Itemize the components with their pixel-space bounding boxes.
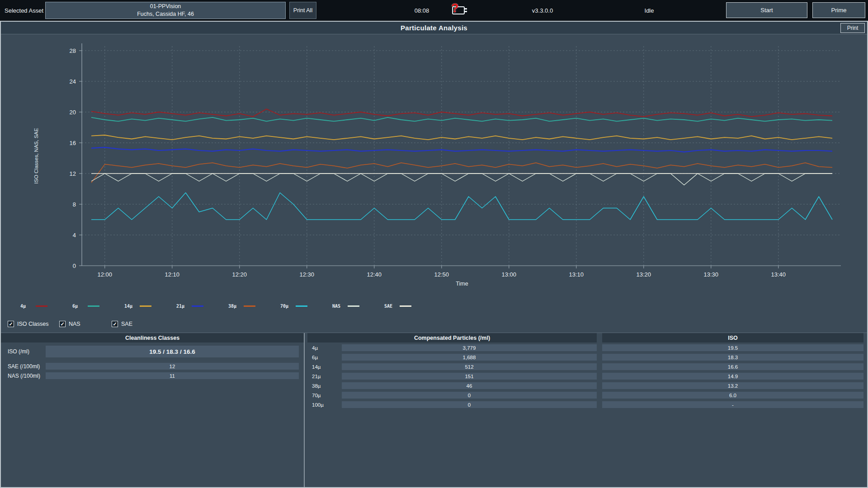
particle-size-label: 4µ bbox=[312, 345, 342, 351]
legend-item-14u: 14µ bbox=[124, 304, 176, 309]
legend-item-4u: 4µ bbox=[20, 304, 72, 309]
svg-text:13:20: 13:20 bbox=[637, 271, 651, 278]
selected-asset-box[interactable]: 01-PPVision Fuchs, Cassida HF, 46 bbox=[45, 2, 286, 19]
legend-item-70u: 70µ bbox=[280, 304, 332, 309]
legend-label: 14µ bbox=[124, 304, 140, 309]
cleanliness-rows: ISO (/ml)19.5 / 18.3 / 16.6SAE (/100ml)1… bbox=[1, 346, 304, 379]
checkbox-nas[interactable]: ✓NAS bbox=[59, 321, 112, 327]
svg-text:13:10: 13:10 bbox=[569, 271, 584, 278]
particle-size-label: 100µ bbox=[312, 402, 342, 408]
particle-count-value: 151 bbox=[342, 373, 597, 380]
svg-text:12:00: 12:00 bbox=[98, 271, 113, 278]
app-version: v3.3.0.0 bbox=[515, 7, 570, 14]
particle-size-label: 6µ bbox=[312, 355, 342, 360]
iso-header: ISO bbox=[602, 333, 863, 343]
svg-text:0: 0 bbox=[73, 263, 76, 269]
series-toggle-row: ✓ISO Classes✓NAS✓SAE bbox=[1, 321, 867, 327]
particle-row: 21µ15114.9 bbox=[312, 373, 863, 380]
main-frame: Particulate Analysis Print 0481216202428… bbox=[0, 21, 868, 488]
legend-label: 70µ bbox=[280, 304, 296, 309]
checkbox-label: NAS bbox=[69, 321, 80, 327]
svg-text:ISO Classes, NAS, SAE: ISO Classes, NAS, SAE bbox=[33, 128, 39, 184]
svg-text:24: 24 bbox=[70, 78, 76, 85]
legend-label: 6µ bbox=[72, 304, 88, 309]
start-button[interactable]: Start bbox=[726, 2, 807, 18]
checkbox-box[interactable]: ✓ bbox=[112, 321, 118, 327]
svg-text:12:50: 12:50 bbox=[434, 271, 449, 278]
cleanliness-row-value: 19.5 / 18.3 / 16.6 bbox=[46, 346, 299, 357]
legend-swatch bbox=[296, 305, 307, 307]
particle-row: 4µ3,77919.5 bbox=[312, 344, 863, 351]
cleanliness-panel: Cleanliness Classes ISO (/ml)19.5 / 18.3… bbox=[1, 333, 305, 487]
legend-swatch bbox=[88, 305, 99, 307]
svg-text:28: 28 bbox=[70, 47, 76, 54]
legend-label: 38µ bbox=[228, 304, 244, 309]
selected-asset-label: Selected Asset bbox=[5, 7, 43, 14]
cleanliness-row-label: ISO (/ml) bbox=[8, 348, 46, 355]
particles-panel: Compensated Particles (/ml) ISO 4µ3,7791… bbox=[305, 333, 867, 487]
checkbox-label: ISO Classes bbox=[17, 321, 48, 327]
particle-iso-value: - bbox=[602, 401, 863, 408]
cleanliness-row: NAS (/100ml)11 bbox=[1, 372, 304, 379]
print-all-button[interactable]: Print All bbox=[289, 2, 316, 19]
svg-text:13:40: 13:40 bbox=[771, 271, 786, 278]
legend-label: 4µ bbox=[20, 304, 36, 309]
svg-text:20: 20 bbox=[70, 109, 76, 116]
top-bar: Selected Asset 01-PPVision Fuchs, Cassid… bbox=[0, 0, 868, 21]
checkbox-box[interactable]: ✓ bbox=[59, 321, 66, 327]
particle-count-value: 0 bbox=[342, 392, 597, 399]
svg-text:12:30: 12:30 bbox=[300, 271, 315, 278]
print-button[interactable]: Print bbox=[840, 23, 865, 33]
particle-row: 38µ4613.2 bbox=[312, 382, 863, 389]
particle-count-value: 512 bbox=[342, 363, 597, 370]
legend-item-nas: NAS bbox=[332, 304, 384, 309]
particle-size-label: 38µ bbox=[312, 383, 342, 389]
svg-text:13:00: 13:00 bbox=[502, 271, 517, 278]
particle-size-label: 14µ bbox=[312, 364, 342, 370]
checkbox-sae[interactable]: ✓SAE bbox=[112, 321, 132, 327]
particle-count-value: 46 bbox=[342, 382, 597, 389]
particle-iso-value: 19.5 bbox=[602, 344, 863, 351]
prime-button[interactable]: Prime bbox=[812, 2, 865, 18]
particle-count-value: 0 bbox=[342, 401, 597, 408]
particles-headers: Compensated Particles (/ml) ISO bbox=[307, 333, 863, 343]
checkbox-box[interactable]: ✓ bbox=[8, 321, 14, 327]
title-bar: Particulate Analysis Print bbox=[1, 22, 867, 34]
checkbox-iso-classes[interactable]: ✓ISO Classes bbox=[8, 321, 59, 327]
particle-row: 6µ1,68818.3 bbox=[312, 354, 863, 361]
particle-row: 14µ51216.6 bbox=[312, 363, 863, 370]
svg-text:12:20: 12:20 bbox=[232, 271, 247, 278]
cleanliness-row: SAE (/100ml)12 bbox=[1, 363, 304, 370]
particle-size-label: 21µ bbox=[312, 374, 342, 379]
particle-rows: 4µ3,77919.56µ1,68818.314µ51216.621µ15114… bbox=[305, 344, 867, 408]
particle-row: 70µ06.0 bbox=[312, 392, 863, 399]
legend-label: 21µ bbox=[176, 304, 192, 309]
particle-iso-value: 14.9 bbox=[602, 373, 863, 380]
svg-text:12: 12 bbox=[70, 170, 76, 177]
particle-iso-value: 6.0 bbox=[602, 392, 863, 399]
asset-name: 01-PPVision bbox=[150, 3, 181, 10]
particle-iso-value: 13.2 bbox=[602, 382, 863, 389]
legend-label: NAS bbox=[332, 304, 348, 309]
particle-iso-value: 16.6 bbox=[602, 363, 863, 370]
clock: 08:08 bbox=[404, 7, 440, 14]
cleanliness-row-value: 11 bbox=[46, 372, 299, 379]
status-text: Idle bbox=[631, 7, 667, 14]
cleanliness-row-label: SAE (/100ml) bbox=[8, 363, 46, 370]
question-mark-icon: ? bbox=[451, 1, 459, 15]
legend-item-6u: 6µ bbox=[72, 304, 124, 309]
particle-count-value: 1,688 bbox=[342, 354, 597, 361]
legend-item-38u: 38µ bbox=[228, 304, 280, 309]
legend-item-21u: 21µ bbox=[176, 304, 228, 309]
legend-swatch bbox=[192, 305, 203, 307]
particulate-trend-chart: 048121620242812:0012:1012:2012:3012:4012… bbox=[1, 34, 867, 292]
asset-fluid: Fuchs, Cassida HF, 46 bbox=[137, 10, 194, 18]
legend-swatch bbox=[140, 305, 151, 307]
legend-swatch bbox=[36, 305, 47, 307]
sensor-status-icon: ? bbox=[445, 3, 469, 18]
svg-text:Time: Time bbox=[456, 281, 468, 287]
svg-text:12:40: 12:40 bbox=[367, 271, 382, 278]
cleanliness-row: ISO (/ml)19.5 / 18.3 / 16.6 bbox=[1, 346, 304, 357]
cleanliness-row-label: NAS (/100ml) bbox=[8, 373, 46, 379]
checkbox-label: SAE bbox=[121, 321, 132, 327]
